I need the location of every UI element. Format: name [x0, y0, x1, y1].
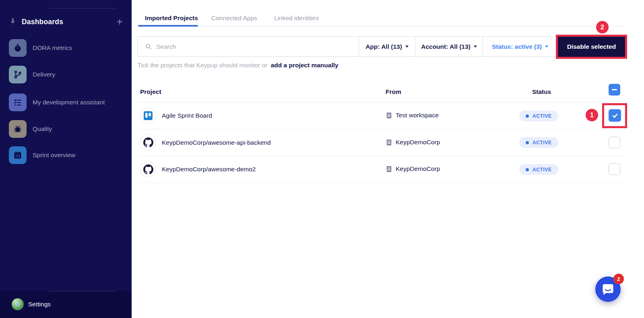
sidebar-footer: ⚙ Settings: [0, 291, 132, 318]
disable-selected-button[interactable]: Disable selected: [558, 37, 625, 57]
sidebar-item-dora-metrics[interactable]: DORA metrics: [9, 39, 123, 57]
user-avatar: ⚙: [12, 298, 24, 310]
account-filter-dropdown[interactable]: Account: All (13): [415, 37, 483, 56]
annotation-badge-1: 1: [586, 109, 598, 121]
row-divider: [137, 156, 627, 156]
sidebar: Dashboards + DORA metrics: [0, 0, 132, 318]
tabbar-divider: [137, 26, 627, 26]
from-cell: KeypDemoCorp: [386, 165, 440, 173]
search-icon: [144, 43, 152, 50]
bug-icon: [9, 120, 27, 138]
status-label: ACTIVE: [533, 167, 552, 173]
status-dot-icon: [526, 168, 529, 171]
chevron-down-icon: [545, 46, 548, 48]
sidebar-item-label: DORA metrics: [33, 44, 72, 52]
check-icon: [611, 112, 619, 120]
status-filter-label: Status: active (3): [492, 43, 542, 50]
sidebar-footer-divider: [49, 291, 116, 291]
search-box: [138, 37, 359, 56]
from-label: Test workspace: [396, 112, 439, 119]
annotation-badge-2: 2: [596, 21, 609, 33]
sidebar-top-divider: [49, 8, 116, 8]
github-icon: [140, 134, 156, 150]
github-icon: [140, 161, 156, 177]
chevron-down-icon: [405, 46, 409, 48]
column-header-from: From: [386, 88, 401, 96]
active-tab-underline: [138, 25, 198, 27]
tab-imported-projects[interactable]: Imported Projects: [145, 15, 198, 22]
add-project-manually-link[interactable]: add a project manually: [271, 62, 339, 69]
row-divider: [137, 129, 627, 129]
settings-label: Settings: [28, 301, 51, 308]
tab-connected-apps[interactable]: Connected Apps: [211, 15, 257, 22]
filter-toolbar: App: All (13) Account: All (13) Status: …: [137, 36, 557, 57]
sidebar-item-label: Delivery: [33, 71, 55, 78]
from-cell: KeypDemoCorp: [386, 139, 440, 146]
status-dot-icon: [526, 141, 529, 144]
git-branch-icon: [9, 66, 27, 83]
building-icon: [386, 166, 392, 173]
chevron-down-icon: [474, 46, 477, 48]
project-name: KeypDemoCorp/awesome-api-backend: [162, 139, 271, 146]
chat-unread-badge: 2: [613, 274, 624, 284]
status-label: ACTIVE: [533, 113, 552, 119]
status-badge: ACTIVE: [519, 137, 558, 148]
sidebar-item-my-development-assistant[interactable]: My development assistant: [9, 94, 123, 111]
status-badge: ACTIVE: [519, 110, 558, 121]
sidebar-item-settings[interactable]: ⚙ Settings: [12, 298, 51, 310]
row-checkbox[interactable]: [609, 163, 620, 175]
status-dot-icon: [526, 114, 529, 118]
status-filter-dropdown[interactable]: Status: active (3): [483, 37, 557, 56]
app-window: Dashboards + DORA metrics: [0, 0, 644, 318]
project-name: Agile Sprint Board: [162, 112, 212, 119]
column-header-project: Project: [140, 88, 161, 96]
hint-line: Tick the projects that Keypup should mon…: [137, 62, 339, 69]
calendar-icon: [9, 146, 27, 164]
status-badge: ACTIVE: [519, 164, 558, 175]
status-label: ACTIVE: [533, 140, 552, 145]
project-name: KeypDemoCorp/awesome-demo2: [162, 166, 256, 173]
from-label: KeypDemoCorp: [396, 165, 440, 173]
column-header-status: Status: [532, 88, 551, 96]
pin-icon[interactable]: [9, 18, 17, 26]
stopwatch-icon: [9, 39, 27, 57]
hint-text: Tick the projects that Keypup should mon…: [137, 62, 267, 69]
trello-icon: [140, 108, 156, 124]
add-dashboard-button[interactable]: +: [116, 18, 123, 26]
from-label: KeypDemoCorp: [396, 139, 440, 146]
app-filter-label: App: All (13): [365, 43, 402, 50]
building-icon: [386, 139, 392, 146]
select-all-checkbox[interactable]: [609, 84, 620, 96]
annotation-box-step2: Disable selected: [556, 35, 627, 59]
dashboards-header: Dashboards +: [9, 16, 123, 27]
chat-bubble-icon: [601, 283, 615, 296]
search-input[interactable]: [156, 43, 359, 50]
sidebar-item-label: My development assistant: [33, 99, 105, 106]
sidebar-item-quality[interactable]: Quality: [9, 120, 123, 138]
sidebar-item-delivery[interactable]: Delivery: [9, 66, 123, 83]
tab-linked-identities[interactable]: Linked identities: [274, 15, 319, 22]
table-header-divider: [137, 102, 627, 102]
sidebar-item-label: Quality: [33, 125, 52, 133]
account-filter-label: Account: All (13): [421, 43, 471, 50]
sidebar-item-label: Sprint overview: [33, 152, 75, 159]
from-cell: Test workspace: [386, 112, 439, 119]
sidebar-item-sprint-overview[interactable]: Sprint overview: [9, 146, 123, 164]
app-filter-dropdown[interactable]: App: All (13): [359, 37, 415, 56]
row-checkbox-checked[interactable]: [609, 109, 621, 122]
checklist-icon: [9, 94, 27, 111]
row-checkbox[interactable]: [609, 137, 620, 148]
building-icon: [386, 112, 392, 119]
sidebar-title: Dashboards: [22, 18, 116, 26]
row-divider: [137, 183, 627, 183]
